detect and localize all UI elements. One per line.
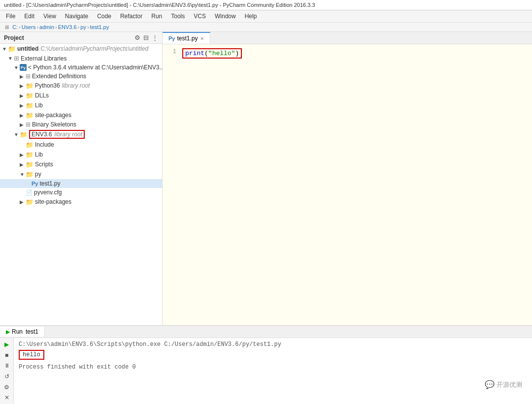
run-tabs-bar: ▶ Run test1 (0, 326, 532, 338)
tree-node-external-libs[interactable]: ▼ ⊞ External Libraries (0, 54, 162, 63)
line-number: 1 (166, 48, 176, 59)
tree-node-extended-defs[interactable]: ▶ ⊞ Extended Definitions (0, 72, 162, 81)
env36-highlight: ENV3.6 library root (29, 130, 85, 139)
breadcrumb-users[interactable]: Users (22, 24, 36, 30)
arrow-icon: ▶ (20, 152, 26, 157)
run-tab-name: test1 (26, 328, 38, 335)
title-text: untitled - [C:\Users\admin\PycharmProjec… (4, 2, 315, 8)
sidebar-title: Project (4, 34, 24, 41)
run-pause-button[interactable]: ⏸ (2, 361, 12, 370)
tree-node-site-packages2[interactable]: ▶ 📁 site-packages (0, 197, 162, 207)
folder-icon: 📁 (26, 151, 33, 158)
tree-node-python-venv[interactable]: ▼ Py < Python 3.6.4 virtualenv at C:\Use… (0, 63, 162, 72)
menu-run[interactable]: Run (147, 11, 166, 21)
node-label: Binary Skeletons (32, 121, 76, 128)
node-label: test1.py (39, 180, 60, 187)
env36-sublabel: library root (54, 131, 82, 138)
run-exit-message: Process finished with exit code 0 (19, 364, 527, 371)
folder-icon: 📁 (26, 92, 33, 99)
tree-node-include[interactable]: ▶ 📁 Include (0, 140, 162, 150)
folder-icon: 📁 (26, 111, 33, 119)
arrow-icon: ▼ (8, 56, 14, 61)
node-label: site-packages (35, 112, 71, 119)
code-line-1: 1 print("hello") (166, 48, 528, 59)
run-hello-output: hello (19, 350, 44, 360)
run-command-line: C:\Users\admin\ENV3.6\Scripts\python.exe… (19, 341, 527, 348)
node-label: py (35, 171, 41, 178)
tree-node-site-packages[interactable]: ▶ 📁 site-packages (0, 110, 162, 120)
run-tab-label: Run (12, 328, 23, 335)
settings-icon[interactable]: ⚙ (134, 34, 140, 41)
menu-tools[interactable]: Tools (167, 11, 189, 21)
arrow-icon: ▶ (20, 93, 26, 98)
tree-node-python36[interactable]: ▶ 📁 Python36 library root (0, 81, 162, 91)
node-sublabel: C:\Users\admin\PycharmProjects\untitled (40, 45, 148, 52)
arrow-icon: ▶ (20, 122, 26, 127)
menu-view[interactable]: View (39, 11, 60, 21)
string-hello: "hello" (208, 50, 235, 57)
editor-area: Py test1.py ✕ 1 print("hello") (163, 32, 532, 325)
menu-bar: File Edit View Navigate Code Refactor Ru… (0, 10, 532, 23)
menu-navigate[interactable]: Navigate (61, 11, 92, 21)
bars-icon: ⊞ (26, 73, 31, 80)
tree-node-untitled[interactable]: ▼ 📁 untitled C:\Users\admin\PycharmProje… (0, 44, 162, 54)
run-stop-button[interactable]: ■ (2, 351, 12, 360)
menu-file[interactable]: File (2, 11, 19, 21)
code-highlight-box: print("hello") (182, 48, 242, 59)
title-bar: untitled - [C:\Users\admin\PycharmProjec… (0, 0, 532, 10)
menu-code[interactable]: Code (93, 11, 115, 21)
folder-icon: 📁 (26, 82, 33, 90)
run-close-button[interactable]: ✕ (2, 393, 12, 402)
collapse-icon[interactable]: ⊟ (143, 34, 149, 41)
folder-icon: 📁 (26, 101, 33, 109)
node-label: untitled (17, 45, 38, 52)
menu-vcs[interactable]: VCS (190, 11, 210, 21)
arrow-icon: ▶ (20, 199, 26, 205)
watermark-icon: 💬 (485, 380, 495, 389)
run-rerun-button[interactable]: ↺ (2, 372, 12, 381)
run-play-button[interactable]: ▶ (2, 340, 12, 349)
watermark: 💬 开源优测 (485, 380, 522, 389)
run-content: ▶ ■ ⏸ ↺ ⚙ ✕ C:\Users\admin\ENV3.6\Script… (0, 338, 532, 404)
breadcrumb-c[interactable]: C: (12, 24, 18, 30)
tree-node-test1py[interactable]: ▶ Py test1.py (0, 179, 162, 188)
breadcrumb-py[interactable]: py (80, 24, 86, 30)
tree-node-pyvenv[interactable]: ▶ 📄 pyvenv.cfg (0, 188, 162, 197)
run-action-buttons: ▶ ■ ⏸ ↺ ⚙ ✕ (0, 338, 14, 404)
breadcrumb-admin[interactable]: admin (39, 24, 54, 30)
tab-label: test1.py (177, 35, 198, 42)
sidebar-header-icons: ⚙ ⊟ ⋮ (134, 34, 158, 41)
node-label: Lib (35, 102, 43, 109)
tree-node-binary-skeletons[interactable]: ▶ ⊞ Binary Skeletons (0, 120, 162, 129)
menu-window[interactable]: Window (211, 11, 240, 21)
tree-node-env36[interactable]: ▼ 📁 ENV3.6 library root (0, 129, 162, 140)
tab-close-button[interactable]: ✕ (200, 36, 204, 41)
tree-node-dlls[interactable]: ▶ 📁 DLLs (0, 91, 162, 100)
code-text: print("hello") (182, 48, 242, 59)
run-tab[interactable]: ▶ Run test1 (0, 327, 45, 337)
menu-help[interactable]: Help (241, 11, 261, 21)
bars2-icon: ⊞ (26, 121, 31, 128)
breadcrumb-file[interactable]: test1.py (90, 24, 109, 30)
gear-icon[interactable]: ⋮ (152, 34, 158, 41)
run-settings-button[interactable]: ⚙ (2, 383, 12, 392)
menu-refactor[interactable]: Refactor (116, 11, 146, 21)
folder-icon: 📁 (8, 45, 16, 53)
tree-node-py[interactable]: ▼ 📁 py (0, 169, 162, 179)
run-icon: ▶ (6, 329, 10, 335)
editor-content[interactable]: 1 print("hello") (163, 44, 532, 325)
tree-node-lib2[interactable]: ▶ 📁 Lib (0, 150, 162, 159)
tree-node-scripts[interactable]: ▶ 📁 Scripts (0, 159, 162, 169)
tree-node-lib[interactable]: ▶ 📁 Lib (0, 100, 162, 110)
menu-edit[interactable]: Edit (20, 11, 38, 21)
py-file-icon: Py (32, 181, 38, 186)
node-sublabel: library root (62, 82, 90, 89)
breadcrumb: 🖥 C: › Users › admin › ENV3.6 › py › tes… (0, 23, 532, 32)
node-label: External Libraries (21, 55, 66, 62)
node-label: pyvenv.cfg (34, 189, 62, 196)
node-label: Lib (35, 151, 43, 158)
tab-test1py[interactable]: Py test1.py ✕ (163, 32, 210, 44)
folder-icon: 📁 (26, 198, 33, 206)
breadcrumb-env36[interactable]: ENV3.6 (58, 24, 77, 30)
arrow-icon: ▶ (20, 74, 26, 79)
